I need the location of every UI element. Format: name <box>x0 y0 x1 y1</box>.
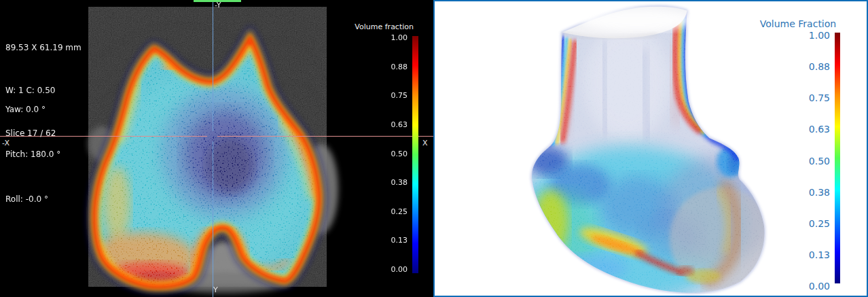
tick-label: 0.88 <box>774 60 830 73</box>
fov-dimensions: 89.53 X 61.19 mm <box>5 41 82 55</box>
orientation-text: Yaw: 0.0 ° Pitch: 180.0 ° Roll: -0.0 ° <box>5 72 60 237</box>
tick-label: 1.00 <box>774 29 830 41</box>
yaw-value: Yaw: 0.0 ° <box>5 102 60 117</box>
tick-label: 0.75 <box>774 92 830 104</box>
colorbar-gradient <box>412 36 418 273</box>
tick-label: 0.38 <box>774 186 830 198</box>
colorbar-ticks: 1.00 0.88 0.75 0.63 0.50 0.38 0.25 0.13 … <box>774 29 830 292</box>
app-window: -Y Y -X X 89.53 X 61.19 mm W: 1 C: 0.50 … <box>0 0 868 297</box>
crosshair-vertical-lower[interactable] <box>213 141 213 297</box>
slice-view-panel[interactable]: -Y Y -X X 89.53 X 61.19 mm W: 1 C: 0.50 … <box>0 0 433 297</box>
volume-render-panel[interactable]: Volume Fraction 1.00 0.88 0.75 0.63 0.50… <box>433 0 868 297</box>
tick-label: 0.63 <box>774 123 830 135</box>
tick-label: 0.25 <box>353 207 408 217</box>
tick-label: 0.88 <box>353 63 408 72</box>
axis-label-bottom: Y <box>213 285 218 294</box>
colorbar-ticks: 1.00 0.88 0.75 0.63 0.50 0.38 0.25 0.13 … <box>353 33 408 275</box>
axis-label-top: -Y <box>215 1 221 10</box>
tick-label: 0.00 <box>774 280 830 292</box>
colorbar-gradient <box>835 33 840 283</box>
tick-label: 0.38 <box>353 178 408 188</box>
pitch-value: Pitch: 180.0 ° <box>5 147 60 162</box>
tick-label: 0.00 <box>353 265 408 275</box>
roll-value: Roll: -0.0 ° <box>5 192 60 207</box>
colorbar-title: Volume fraction <box>344 22 414 31</box>
tick-label: 0.75 <box>353 91 408 101</box>
tick-label: 0.50 <box>353 150 408 159</box>
crosshair-vertical-upper[interactable] <box>213 2 213 131</box>
tick-label: 0.63 <box>353 120 408 130</box>
axis-label-right: X <box>422 139 428 147</box>
tick-label: 0.50 <box>774 155 830 167</box>
tick-label: 0.13 <box>353 236 408 245</box>
tick-label: 0.25 <box>774 217 830 230</box>
colorbar-title: Volume Fraction <box>759 18 837 29</box>
tick-label: 1.00 <box>353 33 408 43</box>
tick-label: 0.13 <box>774 249 830 261</box>
